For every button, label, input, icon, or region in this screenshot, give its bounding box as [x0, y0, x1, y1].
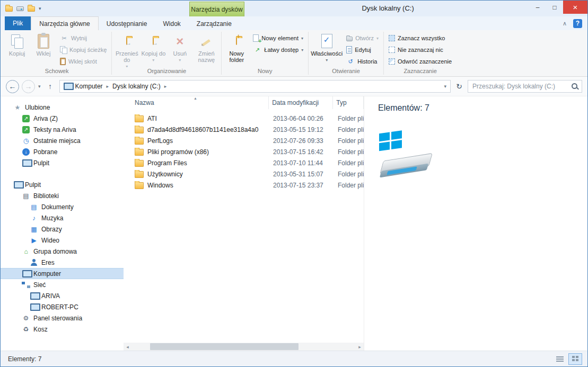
- tab-home[interactable]: Narzędzia główne: [31, 16, 98, 30]
- view-thumbnails-button[interactable]: [568, 353, 582, 365]
- mapped-drive-icon: ↗: [22, 115, 30, 122]
- breadcrumb-computer[interactable]: Komputer: [75, 83, 103, 90]
- column-header-modified[interactable]: Data modyfikacji: [269, 96, 333, 109]
- recent-locations-chevron-icon[interactable]: ▾: [38, 84, 41, 89]
- sidebar-item-downloads[interactable]: ↓ Pobrane: [1, 146, 124, 157]
- edit-icon: [346, 46, 352, 53]
- select-all-button[interactable]: Zaznacz wszystko: [385, 32, 455, 44]
- properties-button[interactable]: Właściwości ▾: [310, 31, 343, 67]
- rename-button[interactable]: Zmień nazwę: [193, 31, 220, 67]
- tab-share[interactable]: Udostępnianie: [99, 17, 155, 30]
- qat-new-folder-icon[interactable]: [28, 6, 35, 12]
- contextual-tab-header: Narzędzia dysków: [189, 2, 244, 16]
- tab-view[interactable]: Widok: [155, 17, 188, 30]
- sidebar-item-eres[interactable]: Eres: [1, 257, 124, 268]
- select-none-button[interactable]: Nie zaznaczaj nic: [385, 44, 455, 56]
- breadcrumb[interactable]: Komputer ▸ Dysk lokalny (C:) ▸ ▾: [59, 80, 451, 93]
- file-type: Folder plik: [335, 126, 364, 133]
- easy-access-button[interactable]: ↗ Łatwy dostęp ▾: [250, 44, 306, 56]
- column-header-type[interactable]: Typ: [333, 96, 364, 109]
- back-button[interactable]: ←: [6, 80, 19, 93]
- copy-button[interactable]: Kopiuj: [4, 31, 30, 67]
- sidebar-item-recycle-bin[interactable]: ♻ Kosz: [1, 324, 124, 335]
- search-icon[interactable]: [571, 83, 578, 90]
- file-row-program-files[interactable]: Program Files 2013-07-10 11:44 Folder pl…: [124, 157, 364, 168]
- sidebar-item-network[interactable]: Sieć: [1, 279, 124, 290]
- sidebar-label: Pulpit: [33, 159, 49, 167]
- sidebar-item-videos[interactable]: ▶ Wideo: [1, 235, 124, 246]
- file-modified: 2013-06-04 00:26: [270, 115, 335, 122]
- file-row-program-files-x86[interactable]: Pliki programów (x86) 2013-07-15 16:42 F…: [124, 146, 364, 157]
- file-row-users[interactable]: Użytkownicy 2013-05-31 15:07 Folder plik: [124, 168, 364, 180]
- breadcrumb-separator-icon[interactable]: ▸: [107, 84, 109, 89]
- refresh-button[interactable]: ↻: [453, 80, 465, 93]
- qat-chevron-down-icon[interactable]: ▾: [39, 6, 41, 11]
- search-input[interactable]: [472, 83, 571, 90]
- file-row-hash[interactable]: d7ada4d8df94618607b1141ee318a4a0 2013-05…: [124, 124, 364, 135]
- forward-button[interactable]: →: [22, 80, 35, 93]
- tab-file[interactable]: Plik: [5, 16, 31, 30]
- app-explorer-icon[interactable]: [5, 6, 13, 12]
- scroll-right-icon[interactable]: ▸: [356, 343, 364, 351]
- copy-path-button[interactable]: Kopiuj ścieżkę: [57, 44, 110, 56]
- new-item-button[interactable]: Nowy element ▾: [250, 32, 306, 44]
- sidebar-item-control-panel[interactable]: ⚙ Panel sterowania: [1, 312, 124, 324]
- cut-button[interactable]: ✂ Wytnij: [57, 32, 110, 44]
- sidebar-item-teksty-na-ariva[interactable]: ↗ Teksty na Ariva: [1, 124, 124, 135]
- paste-shortcut-button[interactable]: Wklej skrót: [57, 56, 110, 67]
- group-label-select: Zaznaczanie: [385, 67, 455, 76]
- sidebar-section-desktop[interactable]: Pulpit: [1, 179, 124, 190]
- edit-button[interactable]: Edytuj: [343, 44, 382, 56]
- tab-manage[interactable]: Zarządzanie: [189, 17, 240, 30]
- file-row-perflogs[interactable]: PerfLogs 2012-07-26 09:33 Folder plik: [124, 135, 364, 146]
- minimize-button[interactable]: –: [529, 1, 546, 14]
- history-button[interactable]: ↺ Historia: [343, 56, 382, 67]
- scrollbar-track[interactable]: [131, 343, 356, 351]
- delete-button[interactable]: × Usuń ▾: [166, 31, 193, 67]
- sidebar-item-music[interactable]: ♪ Muzyka: [1, 212, 124, 223]
- breadcrumb-separator-icon[interactable]: ▸: [164, 84, 167, 89]
- delete-icon: ×: [176, 34, 183, 49]
- sidebar-section-favorites[interactable]: ★ Ulubione: [1, 102, 124, 113]
- sidebar-item-ariva-pc[interactable]: ARIVA: [1, 290, 124, 301]
- open-icon: [346, 37, 353, 41]
- copy-path-icon: [60, 46, 67, 53]
- file-row-windows[interactable]: Windows 2013-07-15 23:37 Folder plik: [124, 180, 364, 191]
- up-button[interactable]: ↑: [44, 80, 57, 93]
- move-to-chevron-icon: ▾: [126, 64, 128, 67]
- title-bar: ▾ Narzędzia dysków Dysk lokalny (C:) – □…: [1, 1, 587, 16]
- minimize-ribbon-icon[interactable]: ∧: [563, 20, 567, 27]
- copy-icon: [11, 34, 23, 49]
- view-details-button[interactable]: [553, 353, 567, 365]
- breadcrumb-local-disk[interactable]: Dysk lokalny (C:): [112, 83, 161, 90]
- paste-button[interactable]: Wklej: [30, 31, 57, 67]
- horizontal-scrollbar[interactable]: ◂ ▸: [124, 343, 364, 351]
- sidebar-item-robert-pc[interactable]: ROBERT-PC: [1, 301, 124, 312]
- scrollbar-thumb[interactable]: [150, 343, 299, 350]
- file-modified: 2013-05-31 15:07: [270, 171, 335, 178]
- sidebar-item-recent-places[interactable]: ◷ Ostatnie miejsca: [1, 135, 124, 146]
- help-button[interactable]: ?: [573, 19, 582, 28]
- folder-icon: [135, 182, 144, 189]
- sidebar-item-libraries[interactable]: ▤ Biblioteki: [1, 190, 124, 201]
- sidebar-item-desktop-favorite[interactable]: Pulpit: [1, 157, 124, 168]
- sidebar-item-computer[interactable]: Komputer: [1, 268, 124, 279]
- address-dropdown-icon[interactable]: ▾: [444, 84, 446, 89]
- sidebar-item-ariva-z[interactable]: ↗ Ariva (Z): [1, 113, 124, 124]
- copy-label: Kopiuj: [9, 50, 25, 57]
- sidebar-item-documents[interactable]: ▤ Dokumenty: [1, 201, 124, 212]
- copy-to-button[interactable]: → Kopiuj do ▾: [140, 31, 166, 67]
- sidebar-item-homegroup[interactable]: ⌂ Grupa domowa: [1, 246, 124, 257]
- sidebar-label: Ulubione: [25, 104, 50, 111]
- qat-properties-icon[interactable]: [16, 6, 24, 11]
- new-folder-button[interactable]: + Nowy folder: [223, 31, 250, 67]
- open-button[interactable]: Otwórz ▾: [343, 32, 382, 44]
- scroll-left-icon[interactable]: ◂: [124, 343, 131, 351]
- sidebar-item-pictures[interactable]: ▦ Obrazy: [1, 223, 124, 235]
- maximize-button[interactable]: □: [546, 1, 563, 14]
- move-to-button[interactable]: → Przenieś do ▾: [113, 31, 140, 67]
- invert-selection-button[interactable]: Odwróć zaznaczenie: [385, 56, 455, 67]
- main-area: ★ Ulubione ↗ Ariva (Z) ↗ Teksty na Ariva…: [1, 96, 587, 351]
- file-row-ati[interactable]: ATI 2013-06-04 00:26 Folder plik: [124, 113, 364, 124]
- close-button[interactable]: ×: [563, 1, 587, 14]
